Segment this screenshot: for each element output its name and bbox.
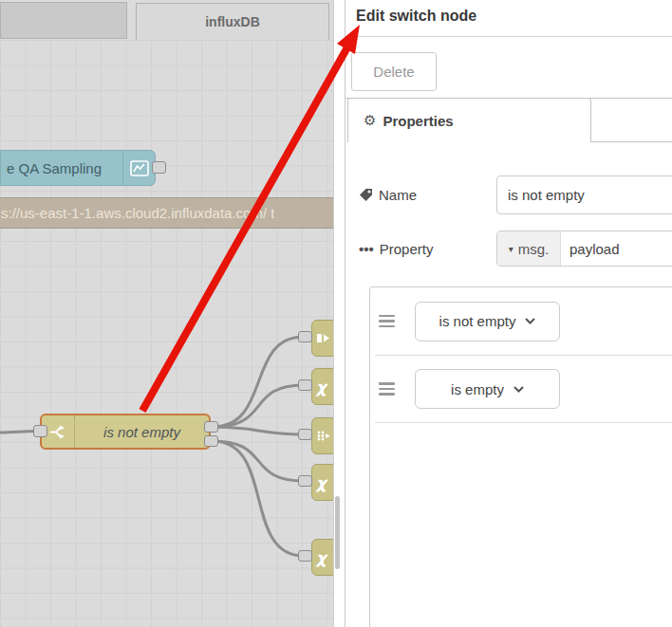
workspace-tab-other[interactable]	[0, 2, 127, 39]
property-type-label: msg.	[518, 241, 550, 257]
tab-properties[interactable]: ⚙ Properties	[347, 98, 591, 142]
panel-title: Edit switch node	[356, 8, 476, 25]
node-label: s://us-east-1-1.aws.cloud2.influxdata.co…	[0, 205, 274, 221]
node-mini-function-2[interactable]: χ	[311, 464, 334, 501]
node-label: is not empty	[75, 424, 209, 440]
chevron-down-icon	[525, 318, 535, 324]
name-label: Name	[359, 187, 417, 203]
tab-properties-label: Properties	[383, 113, 453, 129]
rule-row-2: is empty	[370, 356, 672, 422]
property-value-field[interactable]: payload	[561, 231, 672, 266]
rule-1-operator-select[interactable]: is not empty	[415, 302, 560, 341]
port-mini-4[interactable]	[298, 475, 312, 487]
port-mini-5[interactable]	[298, 550, 312, 562]
workspace-tab-label: influxDB	[205, 14, 260, 29]
function-icon: χ	[312, 548, 327, 567]
function-icon: χ	[312, 473, 327, 492]
flow-canvas[interactable]: influxDB e QA Sampling	[0, 0, 334, 627]
drag-handle-icon[interactable]	[379, 315, 395, 328]
node-mini-split[interactable]	[311, 417, 334, 454]
port-mini-2[interactable]	[298, 379, 312, 391]
delete-button[interactable]: Delete	[351, 52, 437, 91]
tabbar-bottom-border	[591, 141, 672, 142]
property-type-button[interactable]: ▾ msg.	[497, 231, 561, 266]
canvas-vertical-scrollbar[interactable]	[335, 496, 340, 569]
node-switch-is-not-empty[interactable]: is not empty	[40, 414, 211, 450]
property-label: ••• Property	[359, 241, 433, 257]
node-influxdb-url[interactable]: s://us-east-1-1.aws.cloud2.influxdata.co…	[0, 197, 334, 229]
chevron-down-icon	[513, 386, 524, 393]
function-icon: χ	[312, 378, 327, 396]
canvas-grid	[0, 40, 334, 627]
property-typed-input[interactable]: ▾ msg. payload	[496, 231, 672, 267]
split-icon	[316, 430, 331, 442]
gear-icon: ⚙	[364, 112, 376, 129]
node-chart-qa-sampling[interactable]: e QA Sampling	[0, 150, 156, 186]
join-icon	[316, 332, 331, 344]
port-mini-1[interactable]	[298, 331, 312, 342]
port-switch-input[interactable]	[33, 425, 47, 437]
port-switch-output-1[interactable]	[204, 421, 218, 433]
node-mini-join[interactable]	[311, 320, 334, 357]
ellipsis-icon: •••	[359, 241, 374, 257]
rule-row-1: is not empty	[370, 287, 672, 355]
workspace-tabbar: influxDB	[0, 0, 334, 40]
header-divider	[345, 36, 672, 37]
chart-line-icon	[122, 151, 155, 185]
port-chart-output[interactable]	[152, 161, 166, 174]
drag-handle-icon[interactable]	[379, 382, 395, 396]
panel-left-border	[345, 0, 345, 627]
edit-switch-node-panel: Edit switch node Delete ⚙ Properties Nam…	[334, 0, 672, 627]
node-mini-function-3[interactable]: χ	[311, 539, 334, 576]
rule-separator	[375, 422, 672, 423]
rule-2-operator-select[interactable]: is empty	[415, 369, 560, 409]
tag-icon	[359, 188, 373, 202]
workspace-tab-influxdb[interactable]: influxDB	[136, 3, 329, 40]
node-red-window: influxDB e QA Sampling	[0, 0, 672, 627]
name-input[interactable]	[496, 175, 672, 214]
rules-container: is not empty is empty	[369, 286, 672, 627]
node-label: e QA Sampling	[1, 160, 122, 176]
port-switch-output-2[interactable]	[204, 435, 218, 447]
node-mini-function-1[interactable]: χ	[311, 368, 334, 405]
caret-down-icon: ▾	[509, 244, 513, 254]
port-mini-3[interactable]	[298, 429, 312, 440]
